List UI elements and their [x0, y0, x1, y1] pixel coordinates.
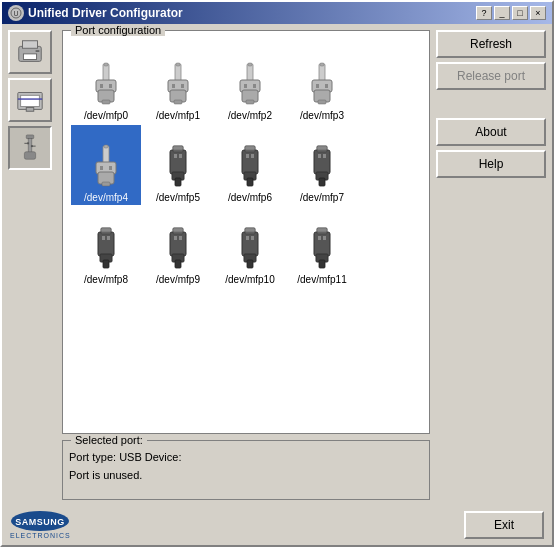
svg-rect-78 — [103, 260, 109, 268]
port-icon-mfp3 — [298, 60, 346, 108]
release-port-button[interactable]: Release port — [436, 62, 546, 90]
main-area: Port configuration /dev/mfp0 — [62, 30, 430, 500]
port-item-mfp7[interactable]: /dev/mfp7 — [287, 125, 357, 205]
usb-dark-icon — [300, 144, 344, 188]
sidebar-scanner-button[interactable] — [8, 78, 52, 122]
port-item-mfp2[interactable]: /dev/mfp2 — [215, 43, 285, 123]
svg-rect-90 — [251, 236, 254, 240]
svg-rect-24 — [175, 64, 181, 82]
svg-rect-44 — [318, 100, 326, 104]
svg-rect-38 — [319, 64, 325, 82]
close-button[interactable]: × — [530, 6, 546, 20]
sidebar-mfp-button[interactable] — [8, 126, 52, 170]
svg-rect-26 — [172, 84, 175, 88]
svg-rect-94 — [314, 232, 330, 256]
svg-rect-76 — [107, 236, 110, 240]
help-button-right[interactable]: Help — [436, 150, 546, 178]
port-icon-mfp9 — [154, 224, 202, 272]
port-label-mfp5: /dev/mfp5 — [156, 192, 200, 203]
svg-rect-100 — [317, 228, 327, 232]
port-item-mfp4[interactable]: /dev/mfp4 — [71, 125, 141, 205]
svg-rect-69 — [323, 154, 326, 158]
svg-rect-7 — [21, 95, 40, 106]
svg-rect-57 — [175, 178, 181, 186]
svg-rect-23 — [102, 100, 110, 104]
port-item-mfp5[interactable]: /dev/mfp5 — [143, 125, 213, 205]
about-button[interactable]: About — [436, 118, 546, 146]
port-icon-mfp7 — [298, 142, 346, 190]
port-label-mfp4: /dev/mfp4 — [84, 192, 128, 203]
left-sidebar — [8, 30, 56, 500]
port-item-mfp9[interactable]: /dev/mfp9 — [143, 207, 213, 287]
svg-rect-4 — [23, 54, 36, 60]
svg-rect-55 — [179, 154, 182, 158]
selected-port-group: Selected port: Port type: USB Device: Po… — [62, 440, 430, 500]
electronics-label: ELECTRONICS — [10, 532, 71, 539]
svg-rect-41 — [325, 84, 328, 88]
app-icon: U — [8, 5, 24, 21]
sidebar-printer-button[interactable] — [8, 30, 52, 74]
title-bar-left: U Unified Driver Configurator — [8, 5, 183, 21]
svg-rect-62 — [251, 154, 254, 158]
svg-rect-35 — [248, 63, 252, 66]
selected-port-label: Selected port: — [71, 434, 147, 446]
port-item-mfp0[interactable]: /dev/mfp0 — [71, 43, 141, 123]
right-spacer — [436, 182, 546, 500]
svg-rect-31 — [247, 64, 253, 82]
samsung-logo-graphic: SAMSUNG — [10, 510, 70, 532]
maximize-button[interactable]: □ — [512, 6, 528, 20]
bottom-bar: SAMSUNG ELECTRONICS Exit — [2, 506, 552, 545]
port-item-mfp1[interactable]: /dev/mfp1 — [143, 43, 213, 123]
usb-light-icon — [300, 62, 344, 106]
svg-rect-66 — [314, 150, 330, 174]
window-title: Unified Driver Configurator — [28, 6, 183, 20]
svg-rect-47 — [100, 166, 103, 170]
port-label-mfp11: /dev/mfp11 — [297, 274, 346, 285]
port-icon-mfp1 — [154, 60, 202, 108]
port-icon-mfp6 — [226, 142, 274, 190]
port-item-mfp8[interactable]: /dev/mfp8 — [71, 207, 141, 287]
svg-rect-19 — [100, 84, 103, 88]
refresh-button[interactable]: Refresh — [436, 30, 546, 58]
selected-port-info: Port type: USB Device: Port is unused. — [69, 449, 423, 484]
svg-rect-40 — [316, 84, 319, 88]
main-window: U Unified Driver Configurator ? _ □ × — [0, 0, 554, 547]
usb-dark-icon — [84, 226, 128, 270]
svg-rect-79 — [101, 228, 111, 232]
svg-rect-93 — [245, 228, 255, 232]
svg-rect-61 — [246, 154, 249, 158]
svg-rect-86 — [173, 228, 183, 232]
usb-dark-icon — [228, 226, 272, 270]
svg-rect-83 — [179, 236, 182, 240]
svg-rect-37 — [246, 100, 254, 104]
samsung-logo: SAMSUNG ELECTRONICS — [10, 510, 71, 539]
svg-rect-54 — [174, 154, 177, 158]
svg-rect-89 — [246, 236, 249, 240]
port-label-mfp0: /dev/mfp0 — [84, 110, 128, 121]
svg-rect-42 — [320, 63, 324, 66]
port-item-mfp6[interactable]: /dev/mfp6 — [215, 125, 285, 205]
svg-rect-51 — [102, 182, 110, 186]
port-icon-mfp8 — [82, 224, 130, 272]
minimize-button[interactable]: _ — [494, 6, 510, 20]
svg-rect-85 — [175, 260, 181, 268]
spacer — [436, 94, 546, 114]
port-icon-mfp2 — [226, 60, 274, 108]
help-button[interactable]: ? — [476, 6, 492, 20]
port-label-mfp8: /dev/mfp8 — [84, 274, 128, 285]
right-panel: Refresh Release port About Help — [436, 30, 546, 500]
port-status-line: Port is unused. — [69, 467, 423, 485]
port-item-mfp10[interactable]: /dev/mfp10 — [215, 207, 285, 287]
svg-rect-3 — [23, 41, 38, 49]
port-item-mfp3[interactable]: /dev/mfp3 — [287, 43, 357, 123]
svg-rect-9 — [26, 108, 34, 112]
svg-rect-28 — [176, 63, 180, 66]
printer-icon — [15, 37, 45, 67]
svg-text:SAMSUNG: SAMSUNG — [16, 517, 66, 527]
svg-rect-21 — [104, 63, 108, 66]
port-icon-mfp0 — [82, 60, 130, 108]
svg-rect-49 — [104, 145, 108, 148]
usb-light-icon — [228, 62, 272, 106]
port-item-mfp11[interactable]: /dev/mfp11 — [287, 207, 357, 287]
exit-button[interactable]: Exit — [464, 511, 544, 539]
